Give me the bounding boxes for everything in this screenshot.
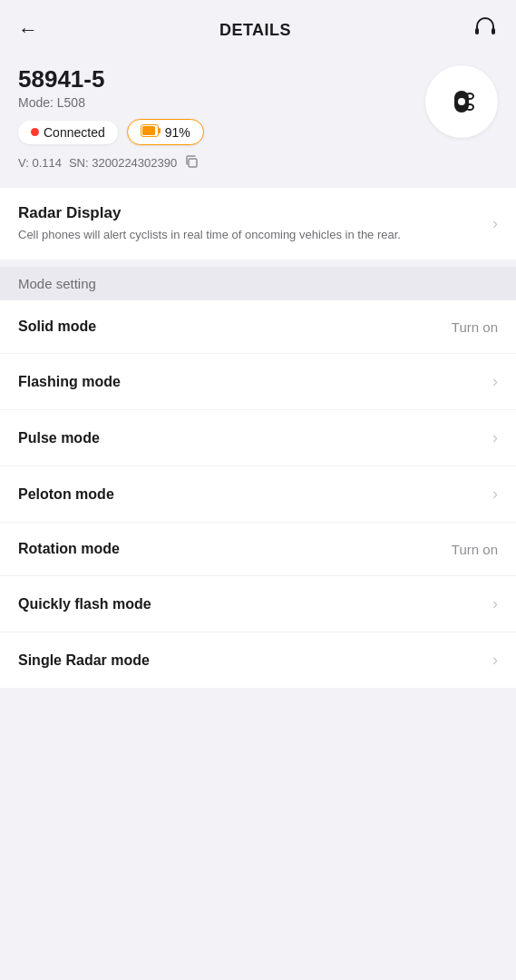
peloton-mode-chevron: ›: [492, 485, 498, 504]
quickly-flash-mode-chevron: ›: [492, 594, 498, 613]
rotation-mode-label: Rotation mode: [18, 541, 120, 557]
connected-label: Connected: [44, 125, 105, 140]
single-radar-mode-label: Single Radar mode: [18, 652, 150, 669]
svg-rect-1: [492, 28, 495, 34]
svg-rect-8: [159, 128, 161, 133]
serial-text: SN: 3200224302390: [69, 156, 177, 170]
svg-rect-7: [142, 126, 155, 135]
mode-setting-header: Mode setting: [0, 267, 516, 300]
quickly-flash-mode-label: Quickly flash mode: [18, 596, 151, 612]
device-section: 58941-5 Mode: L508 Connected 91%: [0, 56, 516, 188]
svg-rect-0: [475, 28, 479, 34]
pulse-mode-label: Pulse mode: [18, 430, 100, 446]
pulse-mode-item[interactable]: Pulse mode ›: [0, 410, 516, 466]
flashing-mode-chevron: ›: [492, 372, 498, 391]
version-row: V: 0.114 SN: 3200224302390: [18, 154, 498, 172]
battery-badge: 91%: [127, 119, 204, 145]
radar-display-title: Radar Display: [18, 204, 478, 222]
radar-display-card[interactable]: Radar Display Cell phones will alert cyc…: [0, 188, 516, 260]
svg-point-5: [458, 98, 465, 105]
version-text: V: 0.114: [18, 156, 62, 170]
header: ← DETAILS: [0, 0, 516, 56]
rotation-mode-action: Turn on: [452, 542, 498, 557]
radar-display-chevron: ›: [492, 214, 498, 233]
radar-display-desc: Cell phones will alert cyclists in real …: [18, 227, 478, 243]
flashing-mode-label: Flashing mode: [18, 374, 121, 390]
single-radar-mode-chevron: ›: [492, 651, 498, 670]
page-title: DETAILS: [219, 21, 291, 40]
headphone-icon: [472, 15, 498, 45]
radar-display-content: Radar Display Cell phones will alert cyc…: [18, 204, 492, 243]
device-name: 58941-5: [18, 65, 498, 93]
connected-dot: [31, 128, 39, 136]
solid-mode-item[interactable]: Solid mode Turn on: [0, 300, 516, 354]
peloton-mode-item[interactable]: Peloton mode ›: [0, 466, 516, 523]
badges-row: Connected 91%: [18, 119, 498, 145]
flashing-mode-item[interactable]: Flashing mode ›: [0, 354, 516, 410]
battery-icon: [141, 124, 161, 140]
peloton-mode-label: Peloton mode: [18, 486, 114, 503]
copy-icon[interactable]: [184, 154, 199, 172]
mode-list: Solid mode Turn on Flashing mode › Pulse…: [0, 300, 516, 688]
solid-mode-label: Solid mode: [18, 318, 96, 335]
back-button[interactable]: ←: [18, 20, 38, 40]
single-radar-mode-item[interactable]: Single Radar mode ›: [0, 632, 516, 688]
svg-rect-9: [189, 159, 197, 167]
solid-mode-action: Turn on: [452, 319, 498, 335]
quickly-flash-mode-item[interactable]: Quickly flash mode ›: [0, 576, 516, 632]
device-icon: [425, 65, 498, 138]
pulse-mode-chevron: ›: [492, 428, 498, 447]
battery-percent: 91%: [165, 125, 190, 140]
rotation-mode-item[interactable]: Rotation mode Turn on: [0, 523, 516, 576]
mode-setting-label: Mode setting: [18, 276, 96, 291]
connected-badge: Connected: [18, 121, 118, 144]
